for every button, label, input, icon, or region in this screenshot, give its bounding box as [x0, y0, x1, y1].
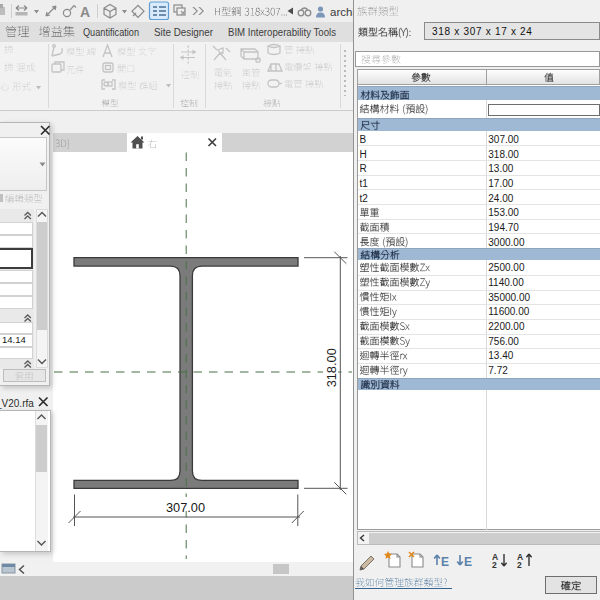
svg-text:_V20.rfa: _V20.rfa: [0, 398, 34, 409]
svg-text:Site Designer: Site Designer: [154, 26, 213, 38]
svg-text:1140.00: 1140.00: [488, 277, 524, 288]
svg-text:E: E: [441, 555, 449, 569]
svg-text:archi...: archi...: [330, 6, 365, 18]
svg-text:A: A: [80, 4, 90, 20]
svg-text:17.00: 17.00: [488, 178, 513, 189]
svg-text:BIM Interoperability Tools: BIM Interoperability Tools: [228, 26, 336, 38]
svg-text:194.70: 194.70: [488, 222, 519, 233]
svg-text:153.00: 153.00: [488, 207, 519, 218]
svg-text:2500.00: 2500.00: [488, 262, 525, 273]
svg-text:3000.00: 3000.00: [488, 237, 525, 248]
svg-text:24.00: 24.00: [488, 193, 513, 204]
svg-text:307.00: 307.00: [488, 134, 519, 145]
svg-text:t2: t2: [360, 193, 369, 204]
svg-text:35000.00: 35000.00: [488, 292, 530, 303]
svg-text:13.00: 13.00: [488, 163, 513, 174]
svg-text:11600.00: 11600.00: [488, 306, 529, 317]
svg-text:2: 2: [517, 560, 522, 570]
svg-text:2200.00: 2200.00: [488, 321, 525, 332]
svg-text:7.72: 7.72: [488, 365, 508, 376]
svg-text:756.00: 756.00: [488, 336, 519, 347]
svg-text:Quantification: Quantification: [83, 26, 139, 38]
svg-text:H: H: [360, 149, 367, 160]
svg-text:2: 2: [492, 560, 497, 570]
svg-text:318.00: 318.00: [488, 149, 519, 160]
svg-text:E: E: [464, 555, 472, 569]
svg-text:t1: t1: [360, 178, 369, 189]
svg-text:307.00: 307.00: [166, 500, 205, 515]
svg-text:318.00: 318.00: [324, 348, 339, 387]
svg-text:14.14: 14.14: [2, 334, 26, 345]
svg-text:318 x 307 x 17 x 24: 318 x 307 x 17 x 24: [432, 26, 533, 37]
svg-text:13.40: 13.40: [488, 350, 513, 361]
svg-text:R: R: [360, 163, 367, 174]
svg-text:B: B: [360, 134, 367, 145]
